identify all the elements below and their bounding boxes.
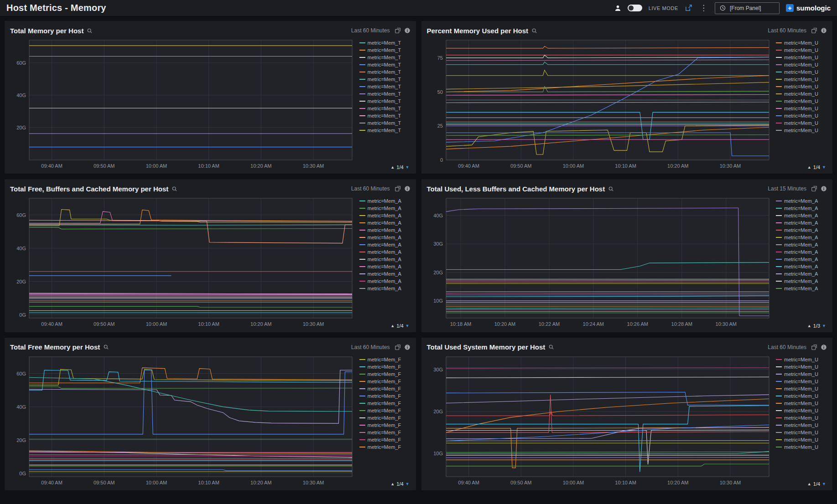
legend-item[interactable]: metric=Mem_U: [776, 98, 827, 105]
export-icon[interactable]: [395, 185, 401, 192]
more-options-icon[interactable]: ⋮: [699, 4, 708, 12]
legend-item[interactable]: metric=Mem_A: [776, 285, 827, 292]
legend-item[interactable]: metric=Mem_T: [359, 76, 411, 83]
chart-area[interactable]: 09:40 AM09:50 AM10:00 AM10:10 AM10:20 AM…: [427, 36, 773, 171]
legend-item[interactable]: metric=Mem_U: [776, 378, 827, 385]
legend-item[interactable]: metric=Mem_F: [359, 407, 411, 414]
legend-item[interactable]: metric=Mem_A: [359, 234, 411, 241]
export-icon[interactable]: [811, 344, 817, 350]
legend-page-up-icon[interactable]: ▲: [390, 165, 395, 170]
legend-item[interactable]: metric=Mem_T: [359, 54, 411, 61]
legend-page-up-icon[interactable]: ▲: [390, 482, 395, 486]
legend-item[interactable]: metric=Mem_U: [776, 400, 827, 407]
legend-item[interactable]: metric=Mem_U: [776, 385, 827, 392]
legend-item[interactable]: metric=Mem_T: [359, 83, 411, 90]
legend-item[interactable]: metric=Mem_A: [359, 219, 411, 226]
legend-item[interactable]: metric=Mem_A: [359, 212, 411, 219]
magnifier-icon[interactable]: [103, 344, 109, 350]
export-icon[interactable]: [395, 27, 401, 34]
legend-item[interactable]: metric=Mem_A: [776, 234, 827, 241]
legend-item[interactable]: metric=Mem_A: [359, 197, 411, 205]
export-icon[interactable]: [395, 344, 401, 350]
legend-item[interactable]: metric=Mem_U: [776, 90, 827, 98]
export-icon[interactable]: [811, 185, 817, 192]
legend-item[interactable]: metric=Mem_A: [359, 205, 411, 212]
chart-area[interactable]: 09:40 AM09:50 AM10:00 AM10:10 AM10:20 AM…: [10, 195, 356, 329]
legend-item[interactable]: metric=Mem_U: [776, 370, 827, 378]
legend-item[interactable]: metric=Mem_F: [359, 363, 411, 370]
export-icon[interactable]: [811, 27, 817, 34]
legend-item[interactable]: metric=Mem_A: [359, 270, 411, 278]
legend-item[interactable]: metric=Mem_U: [776, 356, 827, 363]
magnifier-icon[interactable]: [172, 186, 177, 192]
info-icon[interactable]: [404, 344, 411, 350]
legend-item[interactable]: metric=Mem_U: [776, 39, 827, 46]
legend-item[interactable]: metric=Mem_F: [359, 443, 411, 451]
legend-item[interactable]: metric=Mem_A: [359, 256, 411, 263]
legend-item[interactable]: metric=Mem_T: [359, 68, 411, 76]
legend-item[interactable]: metric=Mem_U: [776, 363, 827, 370]
chart-area[interactable]: 09:40 AM09:50 AM10:00 AM10:10 AM10:20 AM…: [10, 36, 356, 171]
legend-item[interactable]: metric=Mem_U: [776, 422, 827, 429]
legend-page-down-icon[interactable]: ▼: [822, 165, 826, 170]
legend-item[interactable]: metric=Mem_F: [359, 356, 411, 363]
legend-item[interactable]: metric=Mem_F: [359, 392, 411, 400]
live-mode-toggle[interactable]: [628, 5, 642, 11]
legend-item[interactable]: metric=Mem_A: [776, 212, 827, 219]
legend-item[interactable]: metric=Mem_A: [359, 226, 411, 234]
legend-item[interactable]: metric=Mem_U: [776, 54, 827, 61]
magnifier-icon[interactable]: [608, 186, 614, 192]
legend-item[interactable]: metric=Mem_A: [359, 248, 411, 256]
legend-item[interactable]: metric=Mem_T: [359, 46, 411, 54]
legend-item[interactable]: metric=Mem_F: [359, 436, 411, 443]
legend-item[interactable]: metric=Mem_U: [776, 407, 827, 414]
legend-item[interactable]: metric=Mem_U: [776, 119, 827, 127]
chart-area[interactable]: 09:40 AM09:50 AM10:00 AM10:10 AM10:20 AM…: [427, 353, 773, 488]
legend-item[interactable]: metric=Mem_A: [359, 263, 411, 270]
legend-item[interactable]: metric=Mem_T: [359, 61, 411, 68]
legend-item[interactable]: metric=Mem_A: [776, 263, 827, 270]
legend-item[interactable]: metric=Mem_F: [359, 385, 411, 392]
legend-item[interactable]: metric=Mem_A: [776, 278, 827, 285]
legend-item[interactable]: metric=Mem_A: [776, 248, 827, 256]
info-icon[interactable]: [404, 185, 411, 192]
magnifier-icon[interactable]: [87, 28, 93, 34]
legend-item[interactable]: metric=Mem_A: [359, 241, 411, 248]
share-icon[interactable]: [685, 4, 692, 12]
chart-area[interactable]: 10:18 AM10:20 AM10:22 AM10:24 AM10:26 AM…: [427, 195, 773, 329]
legend-item[interactable]: metric=Mem_U: [776, 429, 827, 436]
legend-item[interactable]: metric=Mem_U: [776, 392, 827, 400]
legend-item[interactable]: metric=Mem_U: [776, 127, 827, 134]
legend-item[interactable]: metric=Mem_A: [776, 197, 827, 205]
time-range-field[interactable]: [From Panel]: [715, 2, 780, 14]
legend-item[interactable]: metric=Mem_A: [776, 226, 827, 234]
legend-item[interactable]: metric=Mem_F: [359, 378, 411, 385]
info-icon[interactable]: [821, 344, 827, 350]
legend-item[interactable]: metric=Mem_T: [359, 112, 411, 119]
legend-item[interactable]: metric=Mem_A: [776, 219, 827, 226]
legend-page-up-icon[interactable]: ▲: [807, 165, 811, 170]
legend-item[interactable]: metric=Mem_U: [776, 68, 827, 76]
legend-page-down-icon[interactable]: ▼: [406, 324, 410, 328]
legend-item[interactable]: metric=Mem_A: [776, 270, 827, 278]
legend-item[interactable]: metric=Mem_U: [776, 414, 827, 422]
legend-item[interactable]: metric=Mem_F: [359, 422, 411, 429]
legend-item[interactable]: metric=Mem_T: [359, 127, 411, 134]
legend-item[interactable]: metric=Mem_T: [359, 105, 411, 112]
legend-page-down-icon[interactable]: ▼: [822, 324, 826, 328]
legend-item[interactable]: metric=Mem_A: [359, 285, 411, 292]
legend-item[interactable]: metric=Mem_U: [776, 46, 827, 54]
legend-item[interactable]: metric=Mem_U: [776, 61, 827, 68]
legend-page-down-icon[interactable]: ▼: [822, 482, 826, 486]
info-icon[interactable]: [404, 27, 411, 34]
legend-item[interactable]: metric=Mem_F: [359, 400, 411, 407]
legend-item[interactable]: metric=Mem_A: [776, 256, 827, 263]
legend-page-up-icon[interactable]: ▲: [807, 324, 811, 328]
legend-item[interactable]: metric=Mem_A: [776, 241, 827, 248]
magnifier-icon[interactable]: [531, 28, 537, 34]
legend-item[interactable]: metric=Mem_U: [776, 112, 827, 119]
legend-item[interactable]: metric=Mem_U: [776, 83, 827, 90]
legend-item[interactable]: metric=Mem_U: [776, 105, 827, 112]
legend-page-up-icon[interactable]: ▲: [807, 482, 811, 486]
info-icon[interactable]: [821, 185, 827, 192]
